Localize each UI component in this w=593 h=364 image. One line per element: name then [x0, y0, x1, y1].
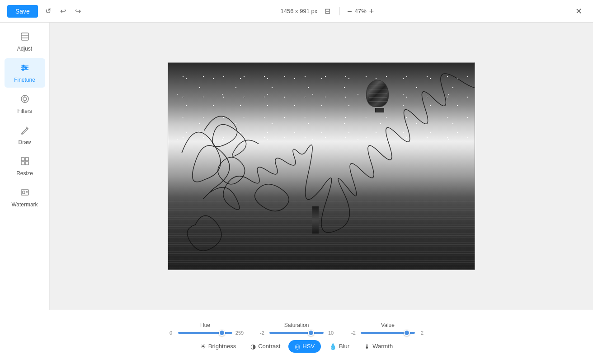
toolbar: Save ↺ ↩ ↪ 1456 x 991 px ⊟ − 47% + ✕ — [0, 0, 593, 23]
split-view-button[interactable]: ⊟ — [323, 5, 332, 17]
hue-label: Hue — [200, 322, 210, 328]
draw-icon — [20, 125, 30, 137]
bottom-panel: Hue 0 259 Saturation -2 10 Value -2 2 — [0, 310, 593, 364]
stars-overlay — [168, 63, 475, 145]
balloon-reflection — [312, 206, 319, 233]
zoom-in-button[interactable]: + — [369, 7, 374, 15]
svg-rect-16 — [21, 158, 24, 161]
water-lines — [168, 200, 475, 270]
blur-icon: 💧 — [329, 343, 337, 350]
sidebar-label-draw: Draw — [18, 139, 31, 145]
divider — [339, 7, 340, 15]
image-canvas[interactable] — [168, 62, 475, 270]
saturation-min: -2 — [258, 330, 267, 336]
watermark-icon — [20, 187, 30, 200]
toolbar-left: Save ↺ ↩ ↪ — [7, 5, 83, 18]
tab-blur-label: Blur — [339, 343, 349, 350]
tab-hsv[interactable]: ◎ HSV — [288, 340, 321, 353]
svg-rect-21 — [23, 191, 25, 194]
zoom-controls: − 47% + — [347, 7, 374, 15]
close-button[interactable]: ✕ — [572, 5, 586, 18]
filters-icon — [20, 94, 30, 106]
brightness-icon: ☀ — [200, 343, 206, 350]
canvas-area — [50, 23, 593, 310]
svg-rect-18 — [21, 162, 24, 165]
saturation-slider-group: Saturation -2 10 — [258, 322, 335, 336]
tab-contrast-label: Contrast — [258, 343, 280, 350]
svg-point-7 — [25, 67, 27, 69]
svg-rect-19 — [25, 162, 28, 165]
toolbar-right: ✕ — [572, 5, 586, 18]
adjust-icon — [20, 32, 30, 44]
sidebar-label-filters: Filters — [17, 108, 32, 114]
sidebar-item-adjust[interactable]: Adjust — [5, 27, 45, 56]
tab-contrast[interactable]: ◑ Contrast — [244, 340, 287, 353]
tab-brightness-label: Brightness — [208, 343, 236, 350]
hue-slider[interactable] — [178, 332, 232, 334]
sidebar-item-watermark[interactable]: Watermark — [5, 183, 45, 212]
tabs-row: ☀ Brightness ◑ Contrast ◎ HSV 💧 Blur 🌡 W… — [194, 340, 399, 353]
sidebar: Adjust Finetune — [0, 23, 50, 310]
toolbar-center: 1456 x 991 px ⊟ − 47% + — [281, 5, 374, 17]
tab-warmth[interactable]: 🌡 Warmth — [358, 340, 399, 353]
value-label: Value — [381, 322, 395, 328]
sidebar-item-filters[interactable]: Filters — [5, 89, 45, 119]
hue-max: 259 — [235, 330, 244, 336]
saturation-track-wrap: -2 10 — [258, 330, 335, 336]
balloon-basket — [375, 108, 384, 112]
value-track-wrap: -2 2 — [349, 330, 427, 336]
value-min: -2 — [349, 330, 358, 336]
value-slider-group: Value -2 2 — [349, 322, 427, 336]
tab-blur[interactable]: 💧 Blur — [323, 340, 356, 353]
saturation-max: 10 — [326, 330, 335, 336]
tab-brightness[interactable]: ☀ Brightness — [194, 340, 242, 353]
contrast-icon: ◑ — [250, 343, 256, 350]
svg-rect-17 — [25, 158, 28, 161]
zoom-value: 47% — [355, 8, 367, 14]
svg-point-8 — [22, 69, 24, 70]
balloon-body — [366, 80, 389, 107]
sidebar-item-resize[interactable]: Resize — [5, 152, 45, 181]
finetune-icon — [20, 63, 30, 75]
sliders-row: Hue 0 259 Saturation -2 10 Value -2 2 — [166, 322, 427, 336]
tab-hsv-label: HSV — [302, 343, 315, 350]
sidebar-item-draw[interactable]: Draw — [5, 121, 45, 150]
redo-icon[interactable]: ↪ — [73, 5, 83, 17]
hsv-icon: ◎ — [295, 343, 300, 350]
main-area: Adjust Finetune — [0, 23, 593, 310]
image-size: 1456 x 991 px — [281, 8, 318, 14]
zoom-out-button[interactable]: − — [347, 7, 352, 15]
hue-slider-group: Hue 0 259 — [166, 322, 244, 336]
resize-icon — [20, 156, 30, 168]
hot-air-balloon — [366, 80, 393, 116]
sidebar-label-watermark: Watermark — [11, 201, 38, 208]
sidebar-label-resize: Resize — [16, 170, 33, 177]
refresh-icon[interactable]: ↺ — [43, 5, 53, 17]
warmth-icon: 🌡 — [364, 343, 370, 350]
svg-point-6 — [23, 65, 24, 67]
saturation-label: Saturation — [284, 322, 309, 328]
value-slider[interactable] — [361, 332, 415, 334]
svg-point-10 — [23, 97, 27, 101]
sidebar-label-adjust: Adjust — [17, 46, 32, 52]
saturation-slider[interactable] — [269, 332, 324, 334]
tab-warmth-label: Warmth — [372, 343, 393, 350]
svg-rect-0 — [21, 33, 28, 40]
sidebar-item-finetune[interactable]: Finetune — [5, 58, 45, 88]
hue-track-wrap: 0 259 — [166, 330, 244, 336]
sidebar-label-finetune: Finetune — [14, 77, 35, 83]
undo-icon[interactable]: ↩ — [58, 5, 68, 17]
water-area — [168, 200, 475, 270]
value-max: 2 — [418, 330, 427, 336]
hue-min: 0 — [166, 330, 175, 336]
save-button[interactable]: Save — [7, 5, 38, 18]
